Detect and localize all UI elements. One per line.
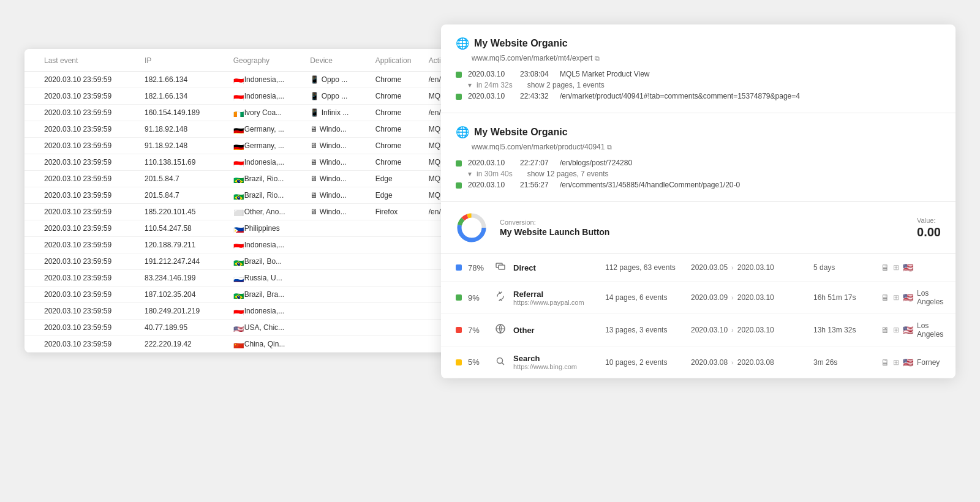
grid-icon: ⊞ — [893, 326, 899, 334]
event-row-2b: 2020.03.10 21:56:27 /en/comments/31/4588… — [456, 181, 941, 189]
source-row[interactable]: 7% Other 13 pages, 3 events 2020.03.10 ›… — [441, 314, 956, 347]
cell-ip: 83.234.146.199 — [140, 274, 228, 282]
expand-detail-1: show 2 pages, 1 events — [527, 81, 605, 89]
table-row[interactable]: 2020.03.10 23:59:59 91.18.92.148 🇩🇪Germa… — [24, 121, 459, 138]
table-row[interactable]: 2020.03.10 23:59:59 110.138.151.69 🇮🇩Ind… — [24, 154, 459, 171]
desktop-icon: 🖥 — [881, 358, 889, 367]
conversion-row: Conversion: My Website Launch Button Val… — [441, 202, 956, 254]
cell-geo: 🇩🇪Germany, ... — [228, 141, 306, 150]
source-name: Direct — [513, 263, 599, 272]
flag-icon: 🇧🇷 — [233, 259, 242, 265]
cell-app: Chrome — [371, 125, 424, 133]
globe-icon-1: 🌐 — [456, 37, 469, 50]
cell-app: Chrome — [371, 158, 424, 167]
flag-icon: ⬜ — [233, 209, 242, 215]
source-arrow-icon: › — [731, 359, 734, 366]
source-meta: 🖥 ⊞ 🇺🇸 Forney — [881, 358, 941, 367]
cell-geo: 🇧🇷Brazil, Rio... — [228, 174, 306, 183]
source-name: Search — [513, 354, 599, 363]
expand-row-2[interactable]: ▾ in 30m 40s show 12 pages, 7 events — [456, 170, 941, 178]
cell-ip: 222.220.19.42 — [140, 340, 228, 348]
table-row[interactable]: 2020.03.10 23:59:59 110.54.247.58 🇵🇭Phil… — [24, 220, 459, 237]
source-row[interactable]: 9% Referral https://www.paypal.com 14 pa… — [441, 282, 956, 314]
flag-icon: 🇩🇪 — [233, 143, 242, 149]
source-date-to: 2020.03.10 — [737, 293, 774, 302]
event-desc-2b: /en/comments/31/45885/4/handleComment/pa… — [560, 181, 740, 189]
source-row[interactable]: 78% Direct 112 pages, 63 events 2020.03.… — [441, 254, 956, 282]
source-flag: 🇺🇸 — [903, 325, 913, 335]
cell-last: 2020.03.10 23:59:59 — [39, 141, 140, 150]
source-date-to: 2020.03.10 — [737, 326, 774, 334]
source-flag: 🇺🇸 — [903, 293, 913, 302]
grid-icon: ⊞ — [893, 263, 899, 272]
source-pages: 14 pages, 6 events — [605, 293, 685, 302]
source-duration: 3m 26s — [813, 358, 875, 367]
event-date-1b: 2020.03.10 — [468, 92, 520, 100]
table-row[interactable]: 2020.03.10 23:59:59 201.5.84.7 🇧🇷Brazil,… — [24, 187, 459, 204]
source-row[interactable]: 5% Search https://www.bing.com 10 pages,… — [441, 347, 956, 378]
table-row[interactable]: 2020.03.10 23:59:59 187.102.35.204 🇧🇷Bra… — [24, 287, 459, 303]
cell-device: 🖥 Windo... — [305, 208, 370, 216]
event-dot-2b — [456, 182, 462, 189]
table-row[interactable]: 2020.03.10 23:59:59 222.220.19.42 🇨🇳Chin… — [24, 336, 459, 353]
source-bar — [456, 327, 462, 333]
cell-last: 2020.03.10 23:59:59 — [39, 241, 140, 249]
source-icon-search — [494, 356, 507, 369]
desktop-icon: 🖥 — [881, 293, 889, 302]
table-row[interactable]: 2020.03.10 23:59:59 160.154.149.189 🇨🇮Iv… — [24, 105, 459, 121]
event-dot-1b — [456, 94, 462, 100]
expand-row-1[interactable]: ▾ in 24m 32s show 2 pages, 1 events — [456, 81, 941, 89]
flag-icon: 🇧🇷 — [233, 193, 242, 199]
table-row[interactable]: 2020.03.10 23:59:59 180.249.201.219 🇮🇩In… — [24, 303, 459, 320]
cell-last: 2020.03.10 23:59:59 — [39, 274, 140, 282]
cell-geo: 🇮🇩Indonesia,... — [228, 75, 306, 84]
flag-icon: 🇮🇩 — [233, 309, 242, 315]
col-last-header: Last event — [39, 56, 140, 65]
table-row[interactable]: 2020.03.10 23:59:59 40.77.189.95 🇺🇸USA, … — [24, 320, 459, 336]
cell-app: Edge — [371, 191, 424, 200]
cell-ip: 160.154.149.189 — [140, 108, 228, 117]
table-row[interactable]: 2020.03.10 23:59:59 185.220.101.45 ⬜Othe… — [24, 204, 459, 220]
cell-device: 🖥 Windo... — [305, 158, 370, 167]
flag-icon: 🇧🇷 — [233, 176, 242, 182]
organic-url-text-1: www.mql5.com/en/market/mt4/expert — [472, 54, 592, 62]
cell-geo: 🇧🇷Brazil, Bo... — [228, 257, 306, 266]
cell-app: Edge — [371, 174, 424, 183]
organic-title-2: My Website Organic — [474, 127, 568, 138]
table-row[interactable]: 2020.03.10 23:59:59 83.234.146.199 🇷🇺Rus… — [24, 270, 459, 287]
desktop-icon: 🖥 — [881, 263, 889, 272]
col-ip-header: IP — [140, 56, 228, 65]
organic-title-row-1: 🌐 My Website Organic — [456, 37, 941, 50]
source-sub: https://www.bing.com — [513, 363, 599, 370]
source-dates: 2020.03.10 › 2020.03.10 — [691, 326, 807, 334]
source-date-from: 2020.03.05 — [691, 263, 728, 272]
table-row[interactable]: 2020.03.10 23:59:59 191.212.247.244 🇧🇷Br… — [24, 253, 459, 270]
table-row[interactable]: 2020.03.10 23:59:59 182.1.66.134 🇮🇩Indon… — [24, 72, 459, 88]
table-row[interactable]: 2020.03.10 23:59:59 182.1.66.134 🇮🇩Indon… — [24, 88, 459, 105]
event-time-2a: 22:27:07 — [520, 159, 560, 167]
cell-last: 2020.03.10 23:59:59 — [39, 224, 140, 233]
source-bar — [456, 264, 462, 271]
cell-device: 🖥 Windo... — [305, 141, 370, 150]
source-pct: 78% — [468, 263, 488, 272]
cell-device: 📱 Oppo ... — [305, 75, 370, 84]
cell-ip: 191.212.247.244 — [140, 257, 228, 266]
source-meta: 🖥 ⊞ 🇺🇸 Los Angeles — [881, 321, 943, 339]
cell-device: 🖥 Windo... — [305, 125, 370, 133]
table-row[interactable]: 2020.03.10 23:59:59 120.188.79.211 🇮🇩Ind… — [24, 237, 459, 253]
table-row[interactable]: 2020.03.10 23:59:59 201.5.84.7 🇧🇷Brazil,… — [24, 171, 459, 187]
cell-geo: 🇧🇷Brazil, Rio... — [228, 191, 306, 200]
source-pages: 10 pages, 2 events — [605, 358, 685, 367]
table-row[interactable]: 2020.03.10 23:59:59 91.18.92.148 🇩🇪Germa… — [24, 138, 459, 154]
event-desc-1a: MQL5 Market Product View — [560, 70, 650, 78]
source-pages: 112 pages, 63 events — [605, 263, 685, 272]
source-flag: 🇺🇸 — [903, 358, 913, 367]
col-app-header: Application — [371, 56, 424, 65]
ext-link-icon-1[interactable]: ⧉ — [595, 54, 600, 62]
cell-app: Chrome — [371, 141, 424, 150]
value-number: 0.00 — [917, 225, 941, 239]
ext-link-icon-2[interactable]: ⧉ — [607, 143, 612, 151]
source-name-wrap: Search https://www.bing.com — [513, 354, 599, 370]
flag-icon: 🇷🇺 — [233, 275, 242, 282]
source-icon-direct — [494, 261, 507, 274]
